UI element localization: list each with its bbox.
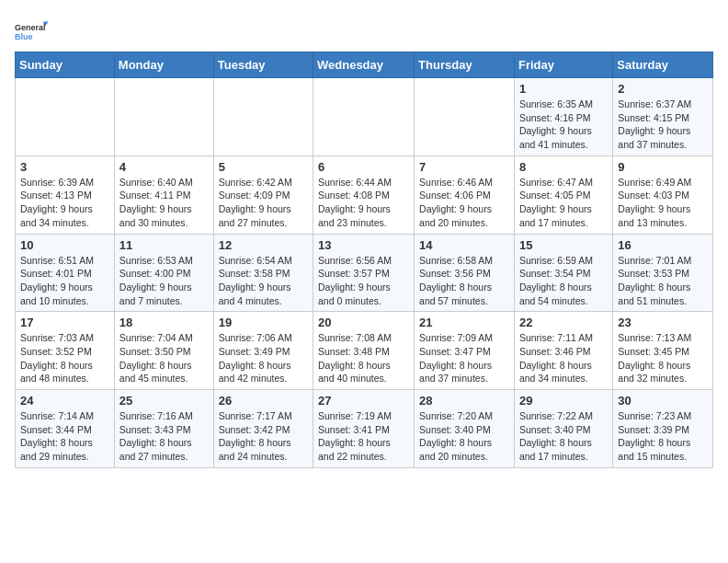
- day-cell: 25Sunrise: 7:16 AMSunset: 3:43 PMDayligh…: [114, 390, 213, 468]
- day-cell: 11Sunrise: 6:53 AMSunset: 4:00 PMDayligh…: [114, 234, 213, 312]
- header-wednesday: Wednesday: [313, 52, 415, 78]
- header-thursday: Thursday: [415, 52, 515, 78]
- day-cell: 28Sunrise: 7:20 AMSunset: 3:40 PMDayligh…: [415, 390, 515, 468]
- day-cell: 30Sunrise: 7:23 AMSunset: 3:39 PMDayligh…: [613, 390, 713, 468]
- day-number: 6: [318, 160, 409, 174]
- day-cell: 22Sunrise: 7:11 AMSunset: 3:46 PMDayligh…: [514, 312, 612, 390]
- week-row-3: 17Sunrise: 7:03 AMSunset: 3:52 PMDayligh…: [16, 312, 713, 390]
- day-info: Sunrise: 7:01 AMSunset: 3:53 PMDaylight:…: [618, 254, 708, 308]
- day-info: Sunrise: 6:42 AMSunset: 4:09 PMDaylight:…: [219, 176, 308, 230]
- day-number: 4: [119, 160, 209, 174]
- day-number: 11: [119, 238, 209, 252]
- day-number: 26: [219, 394, 308, 408]
- day-number: 13: [318, 238, 409, 252]
- day-info: Sunrise: 7:06 AMSunset: 3:49 PMDaylight:…: [219, 331, 308, 385]
- svg-text:General: General: [15, 23, 46, 32]
- day-cell: [213, 78, 313, 156]
- day-cell: 17Sunrise: 7:03 AMSunset: 3:52 PMDayligh…: [16, 312, 115, 390]
- day-info: Sunrise: 7:22 AMSunset: 3:40 PMDaylight:…: [519, 409, 608, 464]
- day-cell: [415, 78, 515, 156]
- day-cell: 9Sunrise: 6:49 AMSunset: 4:03 PMDaylight…: [613, 155, 713, 234]
- day-number: 22: [519, 316, 608, 329]
- day-cell: 5Sunrise: 6:42 AMSunset: 4:09 PMDaylight…: [213, 155, 313, 234]
- day-number: 23: [618, 316, 708, 329]
- day-info: Sunrise: 6:47 AMSunset: 4:05 PMDaylight:…: [519, 176, 608, 230]
- day-number: 2: [618, 82, 708, 96]
- day-cell: 3Sunrise: 6:39 AMSunset: 4:13 PMDaylight…: [16, 155, 115, 234]
- day-number: 29: [519, 394, 608, 408]
- day-info: Sunrise: 7:16 AMSunset: 3:43 PMDaylight:…: [119, 409, 209, 464]
- day-number: 19: [219, 316, 308, 329]
- week-row-0: 1Sunrise: 6:35 AMSunset: 4:16 PMDaylight…: [16, 78, 713, 156]
- day-info: Sunrise: 6:49 AMSunset: 4:03 PMDaylight:…: [618, 176, 708, 230]
- day-cell: 27Sunrise: 7:19 AMSunset: 3:41 PMDayligh…: [313, 390, 415, 468]
- day-number: 18: [119, 316, 209, 329]
- day-info: Sunrise: 6:54 AMSunset: 3:58 PMDaylight:…: [219, 254, 308, 308]
- header-saturday: Saturday: [613, 52, 713, 78]
- day-cell: 1Sunrise: 6:35 AMSunset: 4:16 PMDaylight…: [514, 78, 612, 156]
- day-cell: 23Sunrise: 7:13 AMSunset: 3:45 PMDayligh…: [613, 312, 713, 390]
- day-info: Sunrise: 6:37 AMSunset: 4:15 PMDaylight:…: [618, 98, 708, 152]
- day-number: 25: [119, 394, 209, 408]
- day-info: Sunrise: 7:20 AMSunset: 3:40 PMDaylight:…: [419, 409, 509, 464]
- header-friday: Friday: [514, 52, 612, 78]
- page-header: General Blue: [15, 15, 713, 48]
- day-number: 5: [219, 160, 308, 174]
- logo-svg: General Blue: [15, 15, 48, 48]
- day-cell: 19Sunrise: 7:06 AMSunset: 3:49 PMDayligh…: [213, 312, 313, 390]
- day-info: Sunrise: 6:59 AMSunset: 3:54 PMDaylight:…: [519, 254, 608, 308]
- day-number: 14: [419, 238, 509, 252]
- day-cell: [16, 78, 115, 156]
- header-sunday: Sunday: [16, 52, 115, 78]
- day-cell: 10Sunrise: 6:51 AMSunset: 4:01 PMDayligh…: [16, 234, 115, 312]
- day-info: Sunrise: 6:53 AMSunset: 4:00 PMDaylight:…: [119, 254, 209, 308]
- day-number: 24: [20, 394, 109, 408]
- day-cell: 24Sunrise: 7:14 AMSunset: 3:44 PMDayligh…: [16, 390, 115, 468]
- day-cell: 14Sunrise: 6:58 AMSunset: 3:56 PMDayligh…: [415, 234, 515, 312]
- week-row-4: 24Sunrise: 7:14 AMSunset: 3:44 PMDayligh…: [16, 390, 713, 468]
- day-cell: 16Sunrise: 7:01 AMSunset: 3:53 PMDayligh…: [613, 234, 713, 312]
- day-number: 7: [419, 160, 509, 174]
- day-number: 17: [20, 316, 109, 329]
- day-info: Sunrise: 7:08 AMSunset: 3:48 PMDaylight:…: [318, 331, 409, 385]
- day-info: Sunrise: 7:04 AMSunset: 3:50 PMDaylight:…: [119, 331, 209, 385]
- day-number: 1: [519, 82, 608, 96]
- day-info: Sunrise: 7:23 AMSunset: 3:39 PMDaylight:…: [618, 409, 708, 464]
- week-row-1: 3Sunrise: 6:39 AMSunset: 4:13 PMDaylight…: [16, 155, 713, 234]
- day-cell: 26Sunrise: 7:17 AMSunset: 3:42 PMDayligh…: [213, 390, 313, 468]
- day-cell: 18Sunrise: 7:04 AMSunset: 3:50 PMDayligh…: [114, 312, 213, 390]
- day-cell: 4Sunrise: 6:40 AMSunset: 4:11 PMDaylight…: [114, 155, 213, 234]
- day-number: 16: [618, 238, 708, 252]
- day-cell: 8Sunrise: 6:47 AMSunset: 4:05 PMDaylight…: [514, 155, 612, 234]
- day-cell: 21Sunrise: 7:09 AMSunset: 3:47 PMDayligh…: [415, 312, 515, 390]
- day-info: Sunrise: 7:19 AMSunset: 3:41 PMDaylight:…: [318, 409, 409, 464]
- day-number: 9: [618, 160, 708, 174]
- logo: General Blue: [15, 15, 48, 48]
- day-number: 30: [618, 394, 708, 408]
- week-row-2: 10Sunrise: 6:51 AMSunset: 4:01 PMDayligh…: [16, 234, 713, 312]
- day-cell: 12Sunrise: 6:54 AMSunset: 3:58 PMDayligh…: [213, 234, 313, 312]
- svg-text:Blue: Blue: [15, 32, 33, 41]
- day-info: Sunrise: 6:39 AMSunset: 4:13 PMDaylight:…: [20, 176, 109, 230]
- day-info: Sunrise: 6:56 AMSunset: 3:57 PMDaylight:…: [318, 254, 409, 308]
- day-cell: 2Sunrise: 6:37 AMSunset: 4:15 PMDaylight…: [613, 78, 713, 156]
- day-number: 20: [318, 316, 409, 329]
- header-tuesday: Tuesday: [213, 52, 313, 78]
- day-info: Sunrise: 7:14 AMSunset: 3:44 PMDaylight:…: [20, 409, 109, 464]
- day-cell: 6Sunrise: 6:44 AMSunset: 4:08 PMDaylight…: [313, 155, 415, 234]
- header-monday: Monday: [114, 52, 213, 78]
- day-number: 3: [20, 160, 109, 174]
- day-cell: 20Sunrise: 7:08 AMSunset: 3:48 PMDayligh…: [313, 312, 415, 390]
- day-info: Sunrise: 7:09 AMSunset: 3:47 PMDaylight:…: [419, 331, 509, 385]
- day-number: 28: [419, 394, 509, 408]
- day-number: 27: [318, 394, 409, 408]
- day-cell: 7Sunrise: 6:46 AMSunset: 4:06 PMDaylight…: [415, 155, 515, 234]
- day-info: Sunrise: 6:35 AMSunset: 4:16 PMDaylight:…: [519, 98, 608, 152]
- day-info: Sunrise: 7:11 AMSunset: 3:46 PMDaylight:…: [519, 331, 608, 385]
- day-cell: 13Sunrise: 6:56 AMSunset: 3:57 PMDayligh…: [313, 234, 415, 312]
- day-info: Sunrise: 6:44 AMSunset: 4:08 PMDaylight:…: [318, 176, 409, 230]
- day-cell: 29Sunrise: 7:22 AMSunset: 3:40 PMDayligh…: [514, 390, 612, 468]
- day-info: Sunrise: 7:13 AMSunset: 3:45 PMDaylight:…: [618, 331, 708, 385]
- calendar-table: SundayMondayTuesdayWednesdayThursdayFrid…: [15, 52, 713, 468]
- day-number: 10: [20, 238, 109, 252]
